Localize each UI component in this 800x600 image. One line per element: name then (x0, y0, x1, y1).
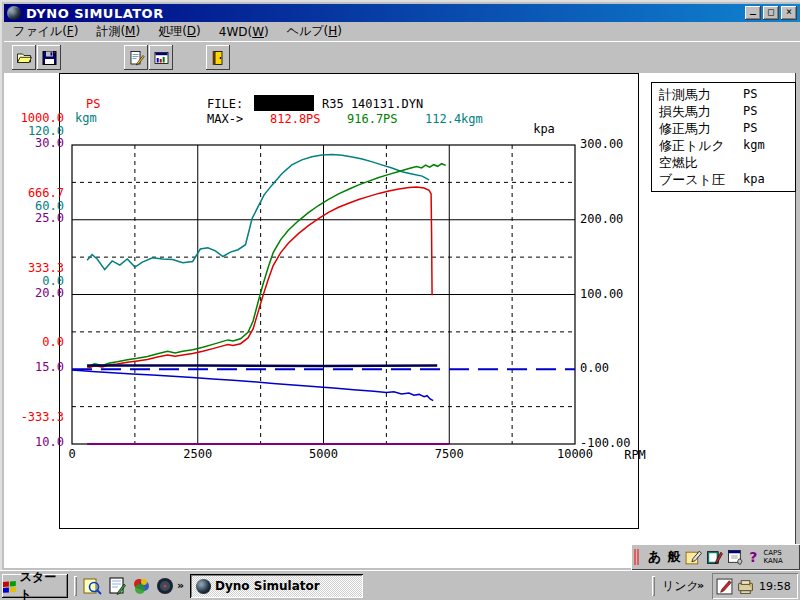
file-name: R35 140131.DYN (322, 97, 423, 111)
x-axis-tick: 2500 (168, 448, 228, 461)
max-measured-power: 812.8PS (270, 112, 321, 126)
file-owner-redacted-box (254, 95, 314, 111)
title-bar: DYNO SIMULATOR _ □ × (4, 4, 800, 22)
x-axis-tick: 5000 (294, 448, 354, 461)
tray-ime-pen-icon[interactable] (716, 578, 733, 595)
legend-label: 修正馬力 (659, 120, 743, 137)
legend-row: ブースト圧kpa (659, 171, 795, 188)
menu-bar: ファイル(F)計測(M)処理(D)4WD(W)ヘルプ(H) (4, 23, 800, 40)
kpa-axis-label: kpa (524, 122, 564, 136)
x-axis-tick: 7500 (419, 448, 479, 461)
legend-box: 計測馬力PS損失馬力PS修正馬力PS修正トルクkgm空燃比ブースト圧kpa (651, 82, 796, 192)
right-axis-tick: 0.00 (580, 362, 609, 375)
report-chart-icon (153, 50, 170, 66)
legend-unit: PS (743, 86, 757, 103)
windows-logo-icon (2, 580, 17, 593)
left-axis-tick: 20.0 (2, 287, 64, 300)
file-label: FILE: (207, 97, 243, 111)
rpm-axis-label: RPM (610, 448, 660, 462)
legend-row: 損失馬力PS (659, 103, 795, 120)
legend-unit: PS (743, 120, 757, 137)
legend-row: 修正トルクkgm (659, 137, 795, 154)
max-label: MAX-> (207, 112, 243, 126)
start-label: スタート (20, 569, 68, 600)
menu-item-process[interactable]: 処理(D) (149, 22, 210, 41)
left-axis-tick: 333.3 (2, 262, 64, 275)
right-axis-tick: 200.00 (580, 213, 623, 226)
ime-input-mode-button[interactable]: あ (648, 545, 661, 569)
max-corrected-power: 916.7PS (347, 112, 398, 126)
legend-unit: kgm (743, 137, 765, 154)
legend-row: 計測馬力PS (659, 86, 795, 103)
kana-indicator: KANA (763, 557, 782, 565)
x-axis-tick: 10000 (545, 448, 605, 461)
ime-caps-kana-indicator: CAPS KANA (763, 549, 782, 565)
legend-label: 計測馬力 (659, 86, 743, 103)
left-axis-tick: 0.0 (2, 336, 64, 349)
left-axis-tick: -333.3 (2, 411, 64, 424)
ime-dictionary-icon[interactable] (706, 549, 723, 566)
legend-label: ブースト圧 (659, 171, 743, 188)
ime-help-button[interactable]: ? (749, 549, 757, 565)
links-overflow-chevron[interactable]: » (697, 579, 704, 592)
left-axis-tick: 15.0 (2, 361, 64, 374)
quicklaunch-colors-icon[interactable] (131, 577, 151, 595)
menu-item-fourwd[interactable]: 4WD(W) (210, 24, 278, 40)
left-axis-tick: 25.0 (2, 212, 64, 225)
measure-button[interactable] (124, 45, 148, 70)
ime-properties-icon[interactable] (727, 549, 744, 566)
right-axis-tick: 100.00 (580, 288, 623, 301)
kgm-axis-unit: kgm (75, 111, 97, 125)
save-file-button[interactable] (37, 45, 61, 70)
close-button[interactable]: × (781, 6, 797, 20)
app-icon (7, 6, 21, 20)
menu-item-help[interactable]: ヘルプ(H) (278, 22, 351, 41)
ime-handle-icon[interactable] (634, 549, 641, 565)
taskbar: スタート » Dyno Simulator リンク » 19:58 (0, 570, 800, 600)
ime-toolbar: あ 般 ? CAPS KANA (631, 544, 800, 570)
task-button-dyno-simulator[interactable]: Dyno Simulator (190, 574, 363, 598)
quicklaunch-gripper[interactable] (74, 576, 77, 596)
legend-unit: kpa (743, 171, 765, 188)
legend-label: 損失馬力 (659, 103, 743, 120)
legend-row: 空燃比 (659, 154, 795, 171)
system-tray: 19:58 (712, 573, 798, 599)
ps-axis-unit: PS (86, 97, 100, 111)
task-button-label: Dyno Simulator (215, 579, 320, 593)
exit-door-icon (210, 50, 227, 66)
legend-row: 修正馬力PS (659, 120, 795, 137)
ime-pad-pen-icon[interactable] (685, 549, 702, 566)
links-gripper[interactable] (652, 576, 655, 596)
right-axis-tick: 300.00 (580, 138, 623, 151)
clock: 19:58 (759, 580, 791, 593)
x-axis-tick: 0 (42, 448, 102, 461)
floppy-save-icon (41, 50, 58, 66)
quicklaunch-dyno-icon[interactable] (155, 577, 175, 595)
max-torque: 112.4kgm (425, 112, 483, 126)
menu-item-measure[interactable]: 計測(M) (87, 22, 149, 41)
legend-label: 修正トルク (659, 137, 743, 154)
ime-conversion-mode-button[interactable]: 般 (667, 545, 680, 569)
caps-indicator: CAPS (763, 549, 781, 557)
app-window: DYNO SIMULATOR _ □ × ファイル(F)計測(M)処理(D)4W… (0, 0, 800, 570)
legend-label: 空燃比 (659, 154, 743, 171)
quicklaunch-overflow-chevron[interactable]: » (177, 579, 184, 592)
exit-button[interactable] (206, 45, 230, 70)
start-button[interactable]: スタート (2, 574, 68, 598)
measure-note-icon (128, 50, 145, 66)
menu-item-file[interactable]: ファイル(F) (4, 22, 87, 41)
tray-device-icon[interactable] (737, 578, 754, 595)
minimize-button[interactable]: _ (745, 6, 761, 20)
legend-unit: PS (743, 103, 757, 120)
report-button[interactable] (149, 45, 173, 70)
open-file-button[interactable] (12, 45, 36, 70)
quicklaunch-notes-icon[interactable] (107, 577, 127, 595)
window-title: DYNO SIMULATOR (26, 6, 164, 21)
dyno-app-icon (196, 579, 211, 594)
quicklaunch-search-icon[interactable] (82, 577, 102, 595)
links-toolbar-label[interactable]: リンク (662, 578, 699, 595)
left-axis-tick: 30.0 (2, 137, 64, 150)
maximize-button[interactable]: □ (763, 6, 779, 20)
open-folder-icon (16, 50, 33, 66)
left-axis-tick: 666.7 (2, 187, 64, 200)
